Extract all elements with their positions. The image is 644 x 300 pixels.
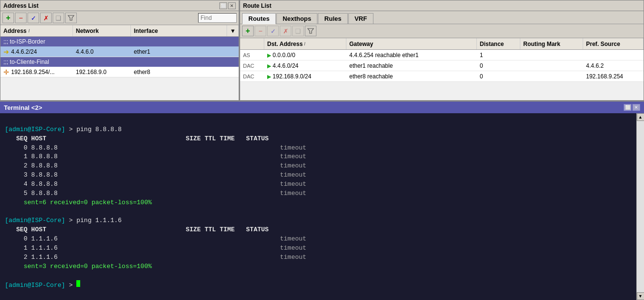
tab-nexthops[interactable]: Nexthops (276, 13, 317, 24)
address-cell: ➜ 4.4.6.2/24 (0, 47, 73, 57)
arrow-icon: ➜ (3, 48, 9, 56)
remove-address-btn[interactable]: − (15, 13, 27, 23)
route-dist-cell: 0 (477, 61, 520, 70)
route-list-title: Route List (243, 2, 272, 9)
route-pref-cell: 4.4.6.2 (583, 61, 644, 70)
route-filter-icon (307, 28, 314, 34)
group-cliente-final: ;;; to-Cliente-Final (0, 57, 239, 67)
address-list-restore-btn[interactable]: ⬜ (219, 2, 227, 9)
cross-arrow-icon: ✛ (3, 68, 9, 76)
address-list-panel: Address List ⬜ ✕ + − ✓ ✗ ❑ (0, 0, 240, 101)
route-mark-cell (520, 54, 583, 56)
route-mark-cell (520, 75, 583, 77)
enable-address-btn[interactable]: ✓ (28, 13, 39, 23)
route-dst-cell: ▶ 192.168.9.0/24 (264, 72, 346, 81)
interface-cell: ether1 (131, 47, 239, 56)
route-mark-cell (520, 65, 583, 67)
dst-col-header: Dst. Address / (264, 38, 346, 49)
address-cell: ✛ 192.168.9.254/... (0, 67, 73, 77)
address-list-table-body: ;;; to-ISP-Border ➜ 4.4.6.2/24 4.4.6.0 e… (0, 37, 239, 100)
copy-address-btn[interactable]: ❑ (53, 13, 64, 23)
address-sort-arrow: / (29, 29, 30, 33)
terminal-body[interactable]: [admin@ISP-Core] > ping 8.8.8.8 SEQ HOST… (0, 113, 636, 300)
filter-address-btn[interactable] (65, 13, 77, 23)
route-pref-cell: 192.168.9.254 (583, 72, 644, 81)
interface-col-header: Interface (131, 25, 227, 36)
route-list-panel: Route List Routes Nexthops Rules VRF + −… (240, 0, 644, 101)
enable-route-btn[interactable]: ✓ (267, 26, 279, 36)
route-gw-cell: ether8 reachable (346, 72, 477, 81)
terminal-restore-btn[interactable]: ⬜ (624, 104, 631, 111)
flags-col-header (240, 38, 264, 49)
tab-rules[interactable]: Rules (318, 13, 347, 24)
filter-icon (68, 15, 74, 21)
route-list-titlebar: Route List (240, 0, 644, 11)
route-flags-cell: DAC (240, 72, 264, 81)
address-list-window-controls: ⬜ ✕ (219, 2, 236, 9)
route-flags-cell: AS (240, 51, 264, 60)
route-gw-cell: ether1 reachable (346, 61, 477, 70)
terminal-close-btn[interactable]: ✕ (632, 104, 640, 111)
route-tabs: Routes Nexthops Rules VRF (240, 11, 644, 24)
scroll-up-btn[interactable]: ▲ (637, 113, 644, 121)
tab-routes[interactable]: Routes (242, 13, 276, 24)
table-row[interactable]: AS ▶ 0.0.0.0/0 4.4.6.254 reachable ether… (240, 50, 644, 60)
route-flags-cell: DAC (240, 61, 264, 70)
address-list-toolbar: + − ✓ ✗ ❑ (0, 11, 239, 25)
interface-cell: ether8 (131, 68, 239, 76)
table-row[interactable]: DAC ▶ 4.4.6.0/24 ether1 reachable 0 4.4.… (240, 60, 644, 71)
svg-marker-0 (68, 15, 74, 20)
address-col-header: Address / (0, 25, 73, 36)
terminal-window-controls: ⬜ ✕ (624, 104, 640, 111)
gateway-col-header: Gateway (346, 38, 477, 49)
route-pref-cell (583, 54, 644, 56)
address-list-table-header: Address / Network Interface ▼ (0, 25, 239, 37)
network-cell: 4.4.6.0 (73, 47, 131, 56)
route-table-header: Dst. Address / Gateway Distance Routing … (240, 38, 644, 50)
terminal-title: Terminal <2> (4, 104, 42, 111)
route-dist-cell: 1 (477, 51, 520, 60)
network-col-header: Network (73, 25, 131, 36)
pref-col-header: Pref. Source (583, 38, 644, 49)
table-row[interactable]: ➜ 4.4.6.2/24 4.4.6.0 ether1 (0, 46, 239, 57)
scroll-down-btn[interactable]: ▼ (637, 292, 644, 300)
route-dst-cell: ▶ 4.4.6.0/24 (264, 61, 346, 70)
address-list-close-btn[interactable]: ✕ (228, 2, 236, 9)
svg-marker-1 (308, 29, 314, 33)
route-dist-cell: 0 (477, 72, 520, 81)
table-row[interactable]: DAC ▶ 192.168.9.0/24 ether8 reachable 0 … (240, 71, 644, 82)
add-address-btn[interactable]: + (2, 13, 14, 23)
network-cell: 192.168.9.0 (73, 68, 131, 76)
filter-route-btn[interactable] (305, 26, 316, 36)
distance-col-header: Distance (477, 38, 520, 49)
tab-vrf[interactable]: VRF (348, 13, 373, 24)
terminal-panel: Terminal <2> ⬜ ✕ [admin@ISP-Core] > ping… (0, 102, 644, 300)
terminal-scrollbar: ▲ ▼ (636, 113, 644, 300)
table-row[interactable]: ✛ 192.168.9.254/... 192.168.9.0 ether8 (0, 67, 239, 77)
route-table-body: AS ▶ 0.0.0.0/0 4.4.6.254 reachable ether… (240, 50, 644, 82)
copy-route-btn[interactable]: ❑ (292, 26, 304, 36)
address-list-title: Address List (3, 2, 39, 9)
address-list-titlebar: Address List ⬜ ✕ (0, 0, 239, 11)
add-route-btn[interactable]: + (242, 26, 254, 36)
terminal-content: [admin@ISP-Core] > ping 8.8.8.8 SEQ HOST… (5, 116, 631, 297)
address-find-input[interactable] (198, 13, 237, 23)
group-isp-border: ;;; to-ISP-Border (0, 37, 239, 46)
route-dst-cell: ▶ 0.0.0.0/0 (264, 51, 346, 60)
disable-route-btn[interactable]: ✗ (280, 26, 291, 36)
route-gw-cell: 4.4.6.254 reachable ether1 (346, 51, 477, 60)
mark-col-header: Routing Mark (520, 38, 583, 49)
remove-route-btn[interactable]: − (255, 26, 266, 36)
disable-address-btn[interactable]: ✗ (40, 13, 52, 23)
terminal-cursor (76, 280, 80, 287)
terminal-titlebar: Terminal <2> ⬜ ✕ (0, 102, 644, 113)
expand-col-header: ▼ (227, 25, 239, 36)
route-list-toolbar: + − ✓ ✗ ❑ (240, 24, 644, 38)
scroll-track[interactable] (637, 121, 644, 292)
